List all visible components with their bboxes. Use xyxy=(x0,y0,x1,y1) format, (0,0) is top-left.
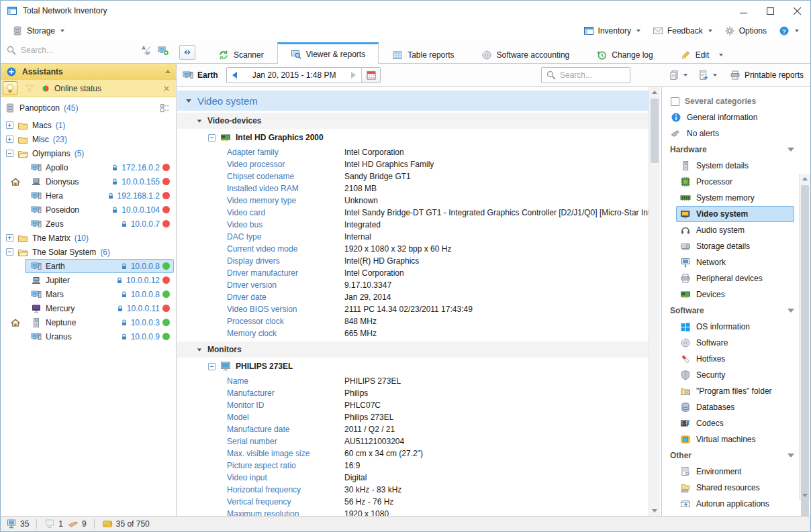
expand-icon[interactable] xyxy=(6,136,13,143)
category-network[interactable]: Network xyxy=(676,254,794,270)
viewer-scrollbar[interactable] xyxy=(649,87,660,516)
highlight-toggle-button[interactable] xyxy=(3,81,17,95)
add-device-icon[interactable] xyxy=(158,45,169,56)
tree-group-olympians[interactable]: Olympians(5) xyxy=(1,146,176,160)
collapse-icon[interactable] xyxy=(6,248,13,256)
group-monitors[interactable]: Monitors xyxy=(177,341,649,358)
tree-device-dionysus[interactable]: Dionysus10.0.0.155 xyxy=(1,174,176,189)
tab-viewer-reports[interactable]: Viewer & reports xyxy=(277,42,379,64)
prev-snapshot-button[interactable] xyxy=(227,68,243,83)
category-several[interactable]: Several categories xyxy=(662,93,794,109)
category-storage-details[interactable]: Storage details xyxy=(676,238,794,254)
category-general-information[interactable]: General information xyxy=(662,109,794,125)
scroll-up-icon[interactable] xyxy=(800,174,810,184)
menu-help[interactable]: ? xyxy=(774,23,804,39)
category-software[interactable]: Software xyxy=(676,335,794,351)
tree-device-earth[interactable]: Earth10.0.0.8 xyxy=(1,259,176,273)
tree-device-neptune[interactable]: Neptune10.0.0.3 xyxy=(1,315,176,329)
device-philips-273el[interactable]: PHILIPS 273EL xyxy=(177,358,649,375)
category-shared-resources[interactable]: Shared resources xyxy=(676,480,794,496)
scrollbar-thumb[interactable] xyxy=(801,185,809,516)
tree-group-the-matrix[interactable]: The Matrix(10) xyxy=(1,231,176,245)
tree-search[interactable] xyxy=(6,45,137,56)
collapse-assistants-icon[interactable] xyxy=(165,70,171,73)
calendar-button[interactable] xyxy=(361,68,380,83)
category-system-memory[interactable]: System memory xyxy=(676,190,794,206)
tree-device-uranus[interactable]: Uranus10.0.0.9 xyxy=(1,329,176,343)
category-header-other[interactable]: Other xyxy=(662,447,794,464)
tree-device-hera[interactable]: Hera192.168.1.2 xyxy=(1,189,176,203)
tab-edit[interactable]: Edit xyxy=(667,45,737,64)
storage-menu[interactable]: Storage xyxy=(7,23,69,39)
tree-device-jupiter[interactable]: Jupiter10.0.0.12 xyxy=(1,273,176,287)
menu-feedback[interactable]: Feedback xyxy=(648,23,717,39)
collapse-device-icon[interactable] xyxy=(208,134,216,142)
category-databases[interactable]: Databases xyxy=(676,399,794,415)
network-icon xyxy=(680,257,691,268)
tree-device-mercury[interactable]: Mercury10.0.0.11 xyxy=(1,301,176,315)
category-peripheral-devices[interactable]: Peripheral devices xyxy=(676,270,794,286)
tab-table-reports[interactable]: Table reports xyxy=(379,45,467,64)
close-assistant-icon[interactable] xyxy=(162,85,171,93)
tab-software-accounting[interactable]: Software accounting xyxy=(468,45,583,64)
tree-device-zeus[interactable]: Zeus10.0.0.7 xyxy=(1,217,176,231)
tree-device-poseidon[interactable]: Poseidon10.0.0.104 xyxy=(1,203,176,217)
add-assistant-icon[interactable] xyxy=(6,66,17,77)
category-system-details[interactable]: System details xyxy=(676,158,794,174)
tree-group-macs[interactable]: Macs(1) xyxy=(1,118,176,132)
category-audio-system[interactable]: Audio system xyxy=(676,222,794,238)
copy-report-button[interactable] xyxy=(665,68,691,83)
category-video-system[interactable]: Video system xyxy=(676,206,794,222)
tree-search-input[interactable] xyxy=(21,46,122,55)
category-codecs[interactable]: Codecs xyxy=(676,415,794,431)
tab-change-log[interactable]: Change log xyxy=(583,45,666,64)
collapse-device-icon[interactable] xyxy=(208,363,216,370)
tree-options-icon[interactable] xyxy=(160,103,171,113)
tree-root-row[interactable]: Panopticon (45) xyxy=(1,101,176,115)
viewer-search-input[interactable] xyxy=(560,70,627,80)
close-button[interactable] xyxy=(783,1,810,21)
category-header-hardware[interactable]: Hardware xyxy=(662,142,794,158)
toggle-panel-button[interactable] xyxy=(179,45,195,60)
menu-options[interactable]: Options xyxy=(720,23,771,39)
category--program-files-folder[interactable]: "Program files" folder xyxy=(676,383,794,399)
category-environment[interactable]: Environment xyxy=(676,464,794,480)
printable-reports-button[interactable]: Printable reports xyxy=(730,70,804,81)
category-autorun-applications[interactable]: Autorun applications xyxy=(676,496,794,512)
minimize-button[interactable] xyxy=(730,1,757,21)
group-video-devices[interactable]: Video-devices xyxy=(177,113,649,129)
menu-inventory[interactable]: Inventory xyxy=(579,23,645,39)
tree-device-apollo[interactable]: Apollo172.16.0.2 xyxy=(1,160,176,174)
device-intel-hd-graphics-2000[interactable]: Intel HD Graphics 2000 xyxy=(177,129,649,146)
expand-icon[interactable] xyxy=(6,121,13,129)
category-processor[interactable]: Processor xyxy=(676,174,794,190)
export-report-button[interactable] xyxy=(695,68,720,83)
next-snapshot-button[interactable] xyxy=(345,68,361,83)
category-header-software[interactable]: Software xyxy=(662,303,794,319)
categories-scrollbar[interactable] xyxy=(799,174,810,500)
property-value: 1920 x 1080 x 32 bpp x 60 Hz xyxy=(344,244,451,254)
category-hotfixes[interactable]: Hotfixes xyxy=(676,351,794,367)
scroll-down-icon[interactable] xyxy=(800,490,810,500)
filter-toggle-button[interactable] xyxy=(22,81,37,95)
collapse-icon[interactable] xyxy=(6,150,13,157)
tree-device-mars[interactable]: Mars10.0.0.8 xyxy=(1,287,176,301)
tab-scanner[interactable]: Scanner xyxy=(205,45,277,64)
viewer-search[interactable] xyxy=(541,67,630,83)
scrollbar-thumb[interactable] xyxy=(651,99,659,163)
category-virtual-machines[interactable]: Virtual machines xyxy=(676,431,794,447)
checkbox-icon[interactable] xyxy=(671,97,679,106)
tree-group-the-solar-system[interactable]: The Solar System(6) xyxy=(1,245,176,259)
scroll-up-icon[interactable] xyxy=(649,87,660,97)
category-security[interactable]: Security xyxy=(676,367,794,383)
sort-by-name-ip-icon[interactable]: AIP xyxy=(142,45,152,56)
category-devices[interactable]: Devices xyxy=(676,286,794,303)
assistant-online-status[interactable]: Online status xyxy=(1,80,176,97)
scroll-down-icon[interactable] xyxy=(649,506,660,516)
section-video-system[interactable]: Video system xyxy=(177,91,649,111)
category-no-alerts[interactable]: No alerts xyxy=(662,125,794,142)
category-os-information[interactable]: OS information xyxy=(676,319,794,335)
expand-icon[interactable] xyxy=(6,234,13,242)
maximize-button[interactable] xyxy=(757,1,783,21)
tree-group-misc[interactable]: Misc(23) xyxy=(1,132,176,146)
